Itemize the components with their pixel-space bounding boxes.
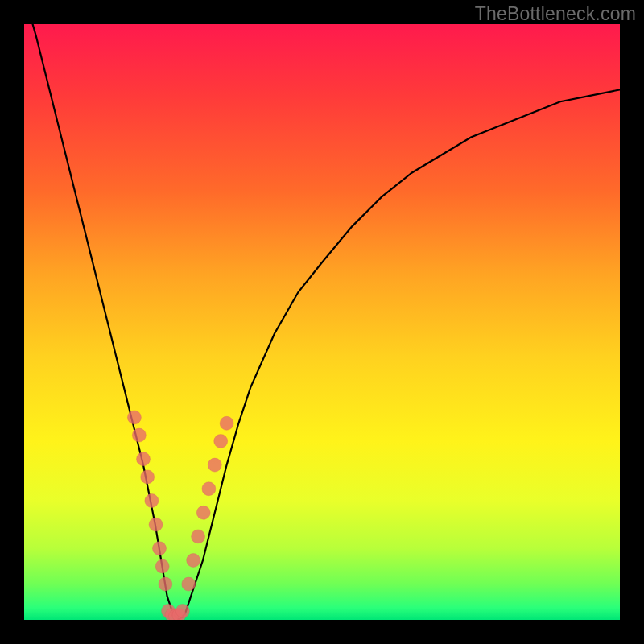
marker-dot [208,458,221,472]
marker-dot [187,554,200,568]
curve-svg [24,24,620,620]
marker-dot [182,577,196,591]
marker-dot [155,559,169,573]
marker-dot [220,416,233,430]
marker-dot [137,452,151,466]
marker-dot [127,411,141,424]
watermark-text: TheBottleneck.com [475,3,636,25]
marker-dot [159,577,172,591]
chart-frame: TheBottleneck.com [0,0,644,644]
marker-dot [214,435,228,448]
bottleneck-curve [24,24,620,620]
marker-dot [132,428,146,442]
marker-dot [149,518,163,531]
marker-dot [202,482,216,496]
marker-dot [192,530,205,543]
plot-area [24,24,620,620]
marker-dots-group [127,411,233,620]
marker-dot [152,542,166,555]
marker-dot [141,470,155,484]
marker-dot [196,506,210,519]
marker-dot [145,494,159,508]
marker-dot [175,604,189,617]
